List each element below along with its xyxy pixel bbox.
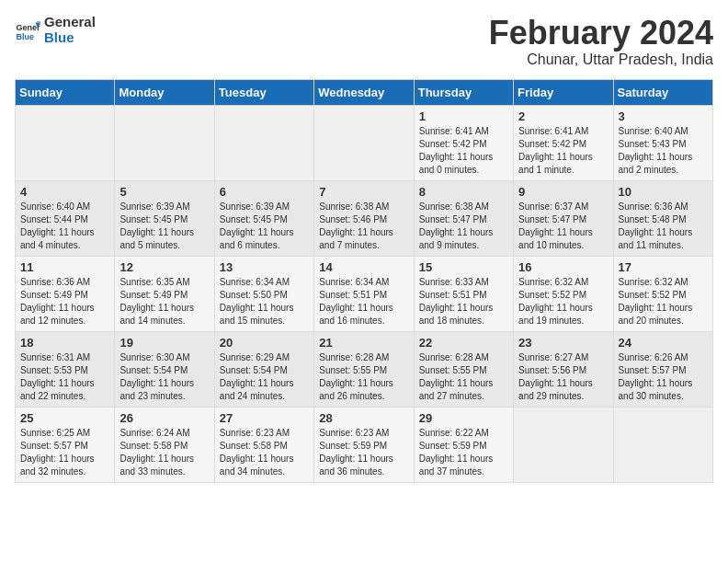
weekday-header: Friday <box>514 79 613 105</box>
calendar-week-row: 25Sunrise: 6:25 AMSunset: 5:57 PMDayligh… <box>16 407 713 482</box>
day-info: Sunrise: 6:27 AMSunset: 5:56 PMDaylight:… <box>518 351 608 403</box>
day-number: 11 <box>20 260 109 274</box>
day-number: 10 <box>619 185 708 199</box>
calendar-cell: 15Sunrise: 6:33 AMSunset: 5:51 PMDayligh… <box>414 256 513 331</box>
calendar-cell: 8Sunrise: 6:38 AMSunset: 5:47 PMDaylight… <box>414 180 513 256</box>
day-number: 4 <box>20 185 109 199</box>
calendar-cell: 29Sunrise: 6:22 AMSunset: 5:59 PMDayligh… <box>414 407 513 482</box>
calendar-cell: 26Sunrise: 6:24 AMSunset: 5:58 PMDayligh… <box>115 407 214 482</box>
calendar-cell: 5Sunrise: 6:39 AMSunset: 5:45 PMDaylight… <box>115 180 214 256</box>
day-number: 23 <box>518 336 608 350</box>
day-info: Sunrise: 6:26 AMSunset: 5:57 PMDaylight:… <box>619 351 708 403</box>
calendar-cell: 3Sunrise: 6:40 AMSunset: 5:43 PMDaylight… <box>613 105 712 180</box>
calendar-cell: 17Sunrise: 6:32 AMSunset: 5:52 PMDayligh… <box>613 256 712 331</box>
calendar-cell: 10Sunrise: 6:36 AMSunset: 5:48 PMDayligh… <box>613 180 712 256</box>
calendar-cell: 13Sunrise: 6:34 AMSunset: 5:50 PMDayligh… <box>214 256 313 331</box>
svg-text:Blue: Blue <box>16 31 34 40</box>
calendar-cell <box>314 105 414 180</box>
day-number: 13 <box>220 260 309 274</box>
day-info: Sunrise: 6:36 AMSunset: 5:49 PMDaylight:… <box>20 276 109 327</box>
day-info: Sunrise: 6:22 AMSunset: 5:59 PMDaylight:… <box>419 427 508 478</box>
logo-text-blue: Blue <box>44 30 96 46</box>
weekday-header: Monday <box>115 79 214 105</box>
calendar-cell: 18Sunrise: 6:31 AMSunset: 5:53 PMDayligh… <box>16 331 115 407</box>
calendar-week-row: 18Sunrise: 6:31 AMSunset: 5:53 PMDayligh… <box>16 331 713 407</box>
calendar-body: 1Sunrise: 6:41 AMSunset: 5:42 PMDaylight… <box>16 105 713 482</box>
day-info: Sunrise: 6:30 AMSunset: 5:54 PMDaylight:… <box>119 351 209 403</box>
day-number: 24 <box>619 336 708 350</box>
day-info: Sunrise: 6:24 AMSunset: 5:58 PMDaylight:… <box>119 427 209 478</box>
day-number: 16 <box>518 260 608 274</box>
logo-icon: General Blue <box>15 17 40 43</box>
day-info: Sunrise: 6:35 AMSunset: 5:49 PMDaylight:… <box>119 276 209 327</box>
day-info: Sunrise: 6:28 AMSunset: 5:55 PMDaylight:… <box>419 351 508 403</box>
calendar-header: SundayMondayTuesdayWednesdayThursdayFrid… <box>16 79 713 105</box>
day-number: 28 <box>319 411 408 425</box>
day-info: Sunrise: 6:29 AMSunset: 5:54 PMDaylight:… <box>220 351 309 403</box>
calendar-cell: 1Sunrise: 6:41 AMSunset: 5:42 PMDaylight… <box>414 105 513 180</box>
day-number: 14 <box>319 260 408 274</box>
day-info: Sunrise: 6:41 AMSunset: 5:42 PMDaylight:… <box>419 125 508 177</box>
calendar-cell <box>214 105 313 180</box>
calendar-cell: 27Sunrise: 6:23 AMSunset: 5:58 PMDayligh… <box>214 407 313 482</box>
day-info: Sunrise: 6:36 AMSunset: 5:48 PMDaylight:… <box>619 201 708 252</box>
day-number: 9 <box>518 185 608 199</box>
calendar-cell <box>613 407 712 482</box>
calendar-cell: 21Sunrise: 6:28 AMSunset: 5:55 PMDayligh… <box>314 331 414 407</box>
weekday-header: Sunday <box>16 79 115 105</box>
day-info: Sunrise: 6:38 AMSunset: 5:46 PMDaylight:… <box>319 201 408 252</box>
header-row: SundayMondayTuesdayWednesdayThursdayFrid… <box>16 79 713 105</box>
location-title: Chunar, Uttar Pradesh, India <box>489 52 713 68</box>
day-number: 15 <box>419 260 508 274</box>
day-info: Sunrise: 6:40 AMSunset: 5:44 PMDaylight:… <box>20 201 109 252</box>
day-info: Sunrise: 6:41 AMSunset: 5:42 PMDaylight:… <box>518 125 608 177</box>
day-number: 12 <box>119 260 209 274</box>
logo-text-general: General <box>44 15 96 30</box>
day-info: Sunrise: 6:37 AMSunset: 5:47 PMDaylight:… <box>518 201 608 252</box>
day-number: 17 <box>619 260 708 274</box>
day-info: Sunrise: 6:31 AMSunset: 5:53 PMDaylight:… <box>20 351 109 403</box>
day-info: Sunrise: 6:23 AMSunset: 5:59 PMDaylight:… <box>319 427 408 478</box>
day-info: Sunrise: 6:33 AMSunset: 5:51 PMDaylight:… <box>419 276 508 327</box>
day-number: 19 <box>119 336 209 350</box>
day-number: 27 <box>220 411 309 425</box>
calendar-cell <box>115 105 214 180</box>
calendar-cell: 9Sunrise: 6:37 AMSunset: 5:47 PMDaylight… <box>514 180 613 256</box>
calendar-cell: 24Sunrise: 6:26 AMSunset: 5:57 PMDayligh… <box>613 331 712 407</box>
weekday-header: Thursday <box>414 79 513 105</box>
weekday-header: Saturday <box>613 79 712 105</box>
calendar-cell <box>16 105 115 180</box>
header: General Blue General Blue February 2024 … <box>15 15 713 68</box>
logo: General Blue General Blue <box>15 15 96 45</box>
calendar-cell: 2Sunrise: 6:41 AMSunset: 5:42 PMDaylight… <box>514 105 613 180</box>
title-area: February 2024 Chunar, Uttar Pradesh, Ind… <box>489 15 713 68</box>
calendar-cell <box>514 407 613 482</box>
day-info: Sunrise: 6:39 AMSunset: 5:45 PMDaylight:… <box>119 201 209 252</box>
day-number: 1 <box>419 109 508 123</box>
calendar-cell: 7Sunrise: 6:38 AMSunset: 5:46 PMDaylight… <box>314 180 414 256</box>
day-info: Sunrise: 6:39 AMSunset: 5:45 PMDaylight:… <box>220 201 309 252</box>
calendar-week-row: 1Sunrise: 6:41 AMSunset: 5:42 PMDaylight… <box>16 105 713 180</box>
day-number: 22 <box>419 336 508 350</box>
day-number: 20 <box>220 336 309 350</box>
weekday-header: Wednesday <box>314 79 414 105</box>
day-number: 3 <box>619 109 708 123</box>
calendar-cell: 16Sunrise: 6:32 AMSunset: 5:52 PMDayligh… <box>514 256 613 331</box>
calendar-cell: 25Sunrise: 6:25 AMSunset: 5:57 PMDayligh… <box>16 407 115 482</box>
day-info: Sunrise: 6:40 AMSunset: 5:43 PMDaylight:… <box>619 125 708 177</box>
day-info: Sunrise: 6:32 AMSunset: 5:52 PMDaylight:… <box>518 276 608 327</box>
day-info: Sunrise: 6:34 AMSunset: 5:50 PMDaylight:… <box>220 276 309 327</box>
weekday-header: Tuesday <box>214 79 313 105</box>
day-info: Sunrise: 6:25 AMSunset: 5:57 PMDaylight:… <box>20 427 109 478</box>
day-number: 2 <box>518 109 608 123</box>
day-number: 21 <box>319 336 408 350</box>
calendar-cell: 11Sunrise: 6:36 AMSunset: 5:49 PMDayligh… <box>16 256 115 331</box>
day-number: 8 <box>419 185 508 199</box>
day-info: Sunrise: 6:28 AMSunset: 5:55 PMDaylight:… <box>319 351 408 403</box>
calendar-cell: 4Sunrise: 6:40 AMSunset: 5:44 PMDaylight… <box>16 180 115 256</box>
calendar-cell: 14Sunrise: 6:34 AMSunset: 5:51 PMDayligh… <box>314 256 414 331</box>
calendar-cell: 20Sunrise: 6:29 AMSunset: 5:54 PMDayligh… <box>214 331 313 407</box>
day-number: 29 <box>419 411 508 425</box>
calendar-week-row: 4Sunrise: 6:40 AMSunset: 5:44 PMDaylight… <box>16 180 713 256</box>
day-info: Sunrise: 6:34 AMSunset: 5:51 PMDaylight:… <box>319 276 408 327</box>
